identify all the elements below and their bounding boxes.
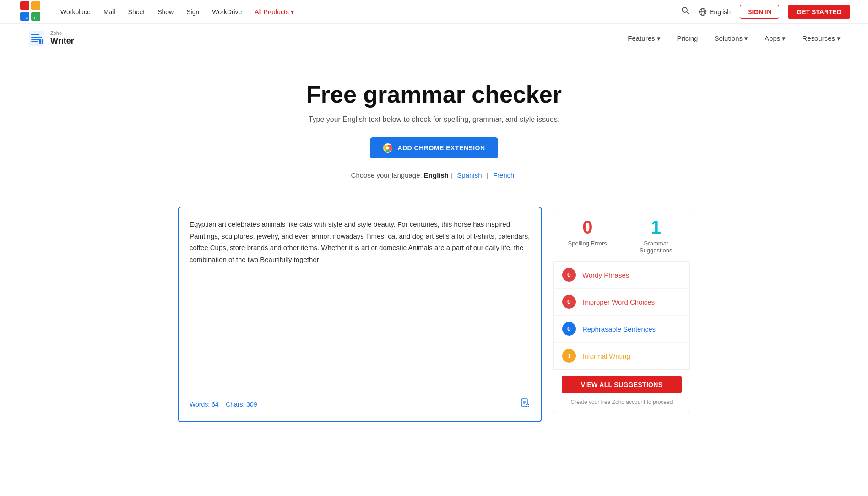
language-chooser: Choose your language: English | Spanish … [9, 171, 859, 179]
top-nav-links: Workplace Mail Sheet Show Sign WorkDrive… [60, 8, 681, 16]
rephrasable-label: Rephrasable Sentences [582, 325, 656, 333]
svg-rect-1 [31, 1, 40, 10]
suggestion-improper-word[interactable]: 0 Improper Word Choices [554, 289, 689, 316]
chevron-down-icon: ▾ [291, 8, 294, 16]
search-button[interactable] [681, 6, 689, 17]
informal-badge: 1 [562, 349, 576, 363]
suggestion-informal[interactable]: 1 Informal Writing [554, 343, 689, 369]
nav-workplace[interactable]: Workplace [60, 8, 91, 16]
hero-section: Free grammar checker Type your English t… [0, 53, 868, 197]
view-all-suggestions-button[interactable]: VIEW ALL SUGGESTIONS [562, 376, 682, 393]
improper-word-badge: 0 [562, 295, 576, 309]
current-language: English [424, 171, 449, 179]
nav-sign[interactable]: Sign [186, 8, 199, 16]
wordy-phrases-badge: 0 [562, 268, 576, 282]
chevron-down-icon: ▾ [837, 34, 841, 43]
nav-show[interactable]: Show [157, 8, 174, 16]
rephrasable-badge: 0 [562, 322, 576, 336]
chevron-down-icon: ▾ [744, 34, 748, 43]
get-started-button[interactable]: GET STARTED [788, 5, 850, 19]
language-button[interactable]: English [699, 8, 731, 16]
informal-label: Informal Writing [582, 352, 630, 360]
zoho-logo[interactable]: ZOHO [18, 0, 42, 25]
nav-workdrive[interactable]: WorkDrive [212, 8, 242, 16]
writer-brand-text: Writer [50, 36, 74, 46]
chevron-down-icon: ▾ [657, 34, 661, 43]
nav-sheet[interactable]: Sheet [128, 8, 145, 16]
chrome-icon [383, 143, 393, 153]
svg-rect-11 [31, 34, 39, 35]
nav-pricing[interactable]: Pricing [677, 34, 698, 42]
nav-apps[interactable]: Apps ▾ [765, 34, 786, 43]
hero-subtitle: Type your English text below to check fo… [9, 115, 859, 124]
suggestion-wordy-phrases[interactable]: 0 Wordy Phrases [554, 262, 689, 289]
sign-in-button[interactable]: SIGN IN [740, 5, 779, 19]
spelling-error-label: Spelling Errors [558, 240, 617, 247]
main-nav-links: Features ▾ Pricing Solutions ▾ Apps ▾ Re… [628, 34, 841, 43]
spelling-errors-box: 0 Spelling Errors [553, 207, 622, 261]
text-panel: Words: 64 Chars: 309 [178, 207, 542, 422]
view-all-footer: Create your free Zoho account to proceed [553, 397, 690, 413]
suggestions-list: 0 Wordy Phrases 0 Improper Word Choices … [553, 262, 690, 370]
text-panel-footer: Words: 64 Chars: 309 [190, 398, 530, 410]
nav-features[interactable]: Features ▾ [628, 34, 660, 43]
chrome-button-label: ADD CHROME EXTENSION [397, 144, 485, 152]
main-content: Words: 64 Chars: 309 [159, 207, 709, 422]
word-count-value: 64 [212, 401, 219, 408]
grammar-input[interactable] [190, 218, 530, 392]
nav-all-products[interactable]: All Products ▾ [255, 8, 294, 16]
french-language-link[interactable]: French [493, 171, 515, 179]
svg-text:ZOHO: ZOHO [26, 16, 35, 20]
nav-resources[interactable]: Resources ▾ [802, 34, 841, 43]
chrome-extension-button[interactable]: ADD CHROME EXTENSION [370, 137, 498, 158]
svg-rect-12 [31, 37, 42, 38]
text-tool-icon[interactable] [520, 398, 530, 410]
writer-logo[interactable]: Zoho Writer [27, 29, 74, 48]
svg-rect-14 [31, 41, 38, 42]
globe-icon [699, 8, 707, 16]
writer-icon [27, 29, 46, 48]
improper-word-label: Improper Word Choices [582, 298, 655, 306]
spanish-language-link[interactable]: Spanish [457, 171, 482, 179]
search-icon [681, 6, 689, 15]
nav-solutions[interactable]: Solutions ▾ [714, 34, 748, 43]
suggestions-wrapper: 0 Wordy Phrases 0 Improper Word Choices … [553, 262, 690, 413]
wordy-phrases-label: Wordy Phrases [582, 271, 629, 279]
svg-line-6 [687, 12, 689, 14]
chevron-down-icon: ▾ [782, 34, 786, 43]
svg-rect-0 [20, 1, 29, 10]
top-nav: ZOHO Workplace Mail Sheet Show Sign Work… [0, 0, 868, 24]
stats-panel: 0 Spelling Errors 1 Grammar Suggestions … [553, 207, 690, 422]
grammar-suggestion-count: 1 [627, 218, 686, 236]
hero-title: Free grammar checker [9, 81, 859, 108]
grammar-suggestion-label: Grammar Suggestions [627, 240, 686, 254]
main-nav: Zoho Writer Features ▾ Pricing Solutions… [0, 24, 868, 53]
top-nav-right: English SIGN IN GET STARTED [681, 5, 850, 19]
suggestion-rephrasable[interactable]: 0 Rephrasable Sentences [554, 316, 689, 343]
stats-numbers: 0 Spelling Errors 1 Grammar Suggestions [553, 207, 690, 262]
language-label: English [710, 8, 731, 16]
word-char-count: Words: 64 Chars: 309 [190, 401, 257, 408]
zoho-brand-text: Zoho [50, 30, 74, 36]
svg-point-19 [386, 147, 390, 150]
grammar-suggestions-box: 1 Grammar Suggestions [622, 207, 690, 261]
nav-mail[interactable]: Mail [103, 8, 115, 16]
lang-choice-label: Choose your language: [351, 171, 422, 179]
spelling-error-count: 0 [558, 218, 617, 236]
char-count-value: 309 [246, 401, 257, 408]
